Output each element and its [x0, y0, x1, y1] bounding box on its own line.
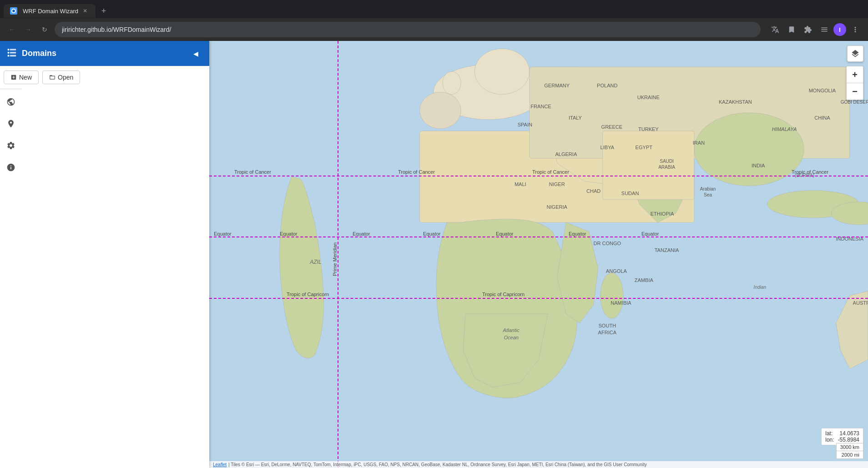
- tropic-capricorn-line: [209, 298, 868, 299]
- svg-text:KAZAKHSTAN: KAZAKHSTAN: [719, 99, 752, 105]
- svg-text:NIGER: NIGER: [549, 181, 565, 187]
- svg-text:INDIA: INDIA: [752, 163, 765, 168]
- svg-point-12: [694, 113, 804, 186]
- svg-point-9: [420, 92, 461, 129]
- tropic-cancer-line: [209, 176, 868, 176]
- new-tab-button[interactable]: +: [97, 5, 110, 17]
- lon-label: lon:: [825, 437, 834, 443]
- forward-button[interactable]: →: [22, 23, 35, 36]
- main-content: Domains ◀ New Open: [0, 41, 868, 468]
- svg-text:ETHIOPIA: ETHIOPIA: [651, 211, 674, 216]
- scale-km: 3000 km: [837, 443, 863, 451]
- address-bar: ← → ↻ I: [0, 18, 868, 41]
- svg-point-7: [474, 49, 530, 95]
- scale-bar: 3000 km 2000 mi: [836, 443, 863, 459]
- sidebar-toggle-btn[interactable]: [817, 22, 832, 37]
- svg-rect-2: [8, 49, 9, 50]
- svg-text:MALI: MALI: [515, 181, 526, 187]
- scale-mi: 2000 mi: [837, 451, 863, 458]
- svg-text:LIBYA: LIBYA: [601, 145, 615, 150]
- back-button[interactable]: ←: [5, 23, 18, 36]
- svg-text:SUDAN: SUDAN: [621, 191, 639, 196]
- profile-button[interactable]: I: [833, 23, 846, 36]
- svg-text:AUSTR...: AUSTR...: [853, 300, 868, 306]
- svg-text:EGYPT: EGYPT: [636, 145, 653, 150]
- svg-text:UKRAINE: UKRAINE: [637, 95, 660, 100]
- zoom-out-button[interactable]: −: [847, 83, 863, 100]
- sidebar-content: [22, 66, 209, 468]
- svg-text:MONGOLIA: MONGOLIA: [809, 88, 836, 93]
- bookmark-icon-btn[interactable]: [784, 22, 799, 37]
- svg-text:IRAN: IRAN: [693, 140, 705, 146]
- svg-text:SPAIN: SPAIN: [518, 122, 532, 127]
- prime-meridian-label: Prime Meridian: [332, 223, 338, 296]
- zoom-controls: + −: [846, 66, 863, 100]
- map-area[interactable]: GERMANY POLAND UKRAINE KAZAKHSTAN MONGOL…: [209, 41, 868, 468]
- translate-icon-btn[interactable]: [768, 22, 782, 37]
- open-button-label: Open: [58, 74, 73, 81]
- svg-point-15: [601, 273, 623, 319]
- equator-line: [209, 237, 868, 237]
- svg-text:Atlantic: Atlantic: [503, 327, 520, 333]
- zoom-in-button[interactable]: +: [847, 66, 863, 83]
- info-icon-btn[interactable]: [0, 156, 22, 178]
- svg-text:ALGERIA: ALGERIA: [555, 151, 577, 157]
- open-button[interactable]: Open: [42, 70, 80, 84]
- lat-row: lat: 14.0673: [825, 430, 859, 437]
- tab-bar: WRF Domain Wizard ✕ +: [0, 0, 868, 18]
- svg-text:TURKEY: TURKEY: [638, 126, 659, 132]
- tab-close-btn[interactable]: ✕: [81, 7, 89, 15]
- svg-text:AZIL: AZIL: [309, 259, 321, 265]
- lat-label: lat:: [825, 430, 833, 437]
- svg-text:SOUTH: SOUTH: [598, 323, 616, 328]
- left-icon-panel: New Open: [0, 66, 22, 468]
- back-icon: ←: [9, 26, 15, 33]
- settings-icon-btn[interactable]: [0, 135, 22, 156]
- svg-text:ARABIA: ARABIA: [658, 165, 675, 170]
- world-map-svg: GERMANY POLAND UKRAINE KAZAKHSTAN MONGOL…: [209, 41, 868, 468]
- forward-icon: →: [25, 26, 31, 33]
- svg-rect-16: [603, 131, 694, 200]
- sidebar-title: Domains: [22, 49, 184, 58]
- svg-text:Ocean: Ocean: [504, 335, 519, 340]
- svg-text:TANZANIA: TANZANIA: [655, 247, 679, 253]
- svg-text:GOBI DESERT: GOBI DESERT: [841, 100, 868, 105]
- map-layer-button[interactable]: [847, 45, 863, 62]
- svg-text:SAUDI: SAUDI: [660, 159, 674, 164]
- tiles-attribution: | Tiles © Esri — Esri, DeLorme, NAVTEQ, …: [228, 462, 647, 467]
- location-icon-btn[interactable]: [0, 113, 22, 135]
- toolbar-icons: I: [768, 22, 863, 37]
- svg-text:Sea: Sea: [704, 192, 712, 197]
- map-attribution: Leaflet | Tiles © Esri — Esri, DeLorme, …: [209, 461, 868, 468]
- svg-text:DR CONGO: DR CONGO: [593, 241, 621, 246]
- svg-text:FRANCE: FRANCE: [530, 104, 551, 109]
- browser-chrome: WRF Domain Wizard ✕ + ← → ↻: [0, 0, 868, 41]
- sidebar-collapse-btn[interactable]: ◀: [189, 47, 202, 60]
- browser-tab[interactable]: WRF Domain Wizard ✕: [4, 4, 96, 18]
- svg-text:Arabian: Arabian: [700, 186, 716, 191]
- svg-text:HIMALAYA: HIMALAYA: [772, 126, 797, 132]
- svg-text:GREECE: GREECE: [601, 124, 623, 130]
- lon-row: lon: -55.8984: [825, 437, 859, 443]
- extensions-icon-btn[interactable]: [801, 22, 815, 37]
- svg-text:AFRICA: AFRICA: [598, 330, 617, 335]
- svg-text:CHINA: CHINA: [814, 115, 830, 121]
- lat-value: 14.0673: [840, 430, 859, 437]
- svg-text:ITALY: ITALY: [569, 115, 582, 121]
- leaflet-link[interactable]: Leaflet: [213, 462, 227, 467]
- domains-icon-btn[interactable]: [0, 91, 22, 113]
- sidebar-header-icon: [7, 48, 16, 59]
- prime-meridian-line: [338, 41, 338, 468]
- svg-text:ZAMBIA: ZAMBIA: [635, 277, 654, 283]
- new-button[interactable]: New: [4, 70, 39, 84]
- sidebar-header: Domains ◀: [0, 41, 209, 66]
- svg-text:ANGOLA: ANGOLA: [606, 268, 627, 274]
- menu-icon-btn[interactable]: [848, 22, 863, 37]
- svg-text:GERMANY: GERMANY: [544, 83, 570, 88]
- refresh-button[interactable]: ↻: [38, 23, 51, 36]
- svg-point-1: [12, 10, 15, 12]
- svg-text:CHAD: CHAD: [586, 188, 601, 194]
- sidebar-toolbar: New Open: [0, 66, 22, 89]
- address-input[interactable]: [55, 22, 761, 37]
- svg-rect-4: [8, 55, 9, 56]
